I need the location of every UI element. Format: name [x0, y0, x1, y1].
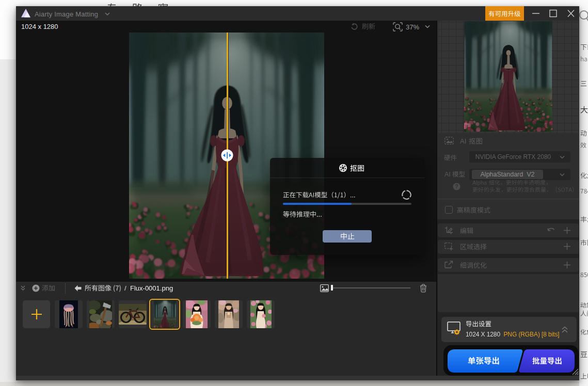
svg-text:?: ? [455, 184, 458, 189]
